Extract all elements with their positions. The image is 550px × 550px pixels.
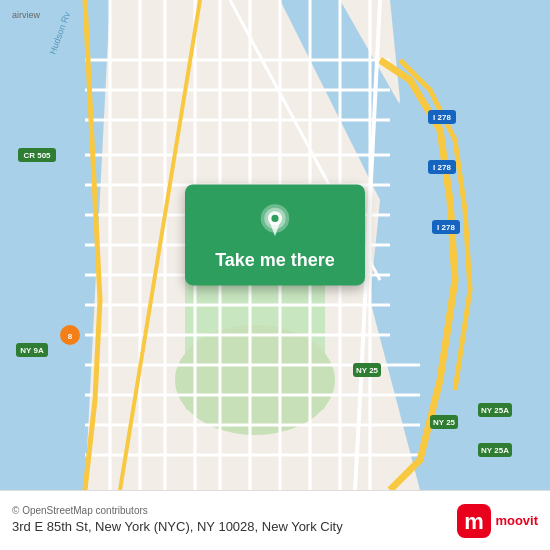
svg-text:I 278: I 278 <box>433 113 451 122</box>
svg-text:CR 505: CR 505 <box>23 151 51 160</box>
svg-text:NY 25A: NY 25A <box>481 406 509 415</box>
address-text: 3rd E 85th St, New York (NYC), NY 10028,… <box>12 518 443 536</box>
address-line1: 3rd E 85th St, New York (NYC), NY 10028,… <box>12 519 317 534</box>
location-card[interactable]: Take me there <box>185 184 365 285</box>
svg-text:NY 25: NY 25 <box>356 366 379 375</box>
svg-text:NY 25A: NY 25A <box>481 446 509 455</box>
take-me-there-button[interactable]: Take me there <box>215 250 335 271</box>
moovit-text: moovit <box>495 513 538 528</box>
moovit-logo[interactable]: m moovit <box>455 502 538 540</box>
map-container: CR 505 NY 9A I 278 I 278 I 278 8 NY 25 N… <box>0 0 550 490</box>
svg-text:NY 9A: NY 9A <box>20 346 44 355</box>
address-block: © OpenStreetMap contributors 3rd E 85th … <box>12 505 443 536</box>
svg-text:I 278: I 278 <box>437 223 455 232</box>
svg-point-57 <box>271 215 278 222</box>
svg-text:m: m <box>465 509 485 534</box>
svg-text:8: 8 <box>68 332 73 341</box>
moovit-icon: m <box>455 502 493 540</box>
address-line2: City <box>320 519 342 534</box>
location-pin-icon <box>255 202 295 242</box>
svg-text:airview: airview <box>12 10 41 20</box>
svg-text:NY 25: NY 25 <box>433 418 456 427</box>
info-bar: © OpenStreetMap contributors 3rd E 85th … <box>0 490 550 550</box>
svg-text:I 278: I 278 <box>433 163 451 172</box>
openstreetmap-credit: © OpenStreetMap contributors <box>12 505 443 516</box>
